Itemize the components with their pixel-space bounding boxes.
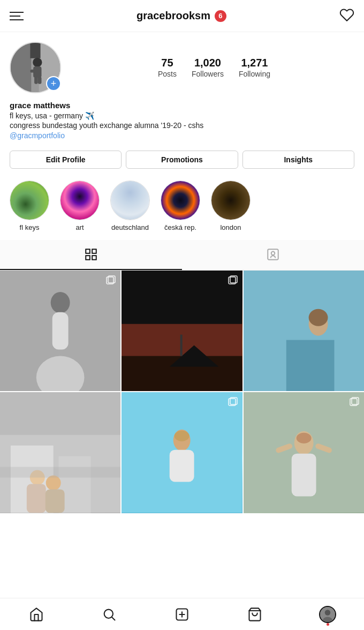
svg-rect-12 [92,256,96,260]
nav-create[interactable] [169,601,195,628]
svg-rect-11 [86,256,90,260]
following-label: Following [239,70,270,78]
highlights-row: fl keys art deutschland česká rep. londo… [10,181,354,231]
svg-rect-7 [34,77,38,84]
following-stat[interactable]: 1,271 Following [239,57,270,79]
grid-item-2[interactable] [122,271,242,391]
tab-tagged[interactable] [182,240,364,270]
bio-location-text: fl keys, usa - germany [10,111,83,120]
multi-icon-svg-6 [349,396,360,407]
svg-rect-3 [30,43,40,58]
svg-rect-6 [30,70,36,73]
photo-grid [0,271,364,513]
bio-name: grace matthews [10,101,354,110]
bio-description: congress bundestag youth exchange alumna… [10,121,354,130]
svg-rect-40 [27,484,46,513]
grid-icon [84,248,98,261]
bio-location: fl keys, usa - germany ✈️ [10,111,354,120]
photo-1-art [0,271,120,391]
svg-point-57 [104,609,113,618]
svg-rect-51 [291,454,316,497]
nav-search[interactable] [96,601,123,628]
grid-img-6 [244,392,364,513]
svg-rect-8 [38,77,42,84]
tabs-section [0,240,364,271]
notification-count-badge[interactable]: 6 [215,10,226,22]
multi-post-icon-1 [105,275,116,286]
svg-rect-19 [52,312,69,350]
highlight-circle-ceska [161,181,200,220]
promotions-button[interactable]: Promotions [126,151,238,169]
grid-item-1[interactable] [0,271,120,391]
svg-rect-9 [86,249,90,253]
multi-icon-svg [105,275,116,286]
svg-rect-13 [268,249,278,260]
highlight-art[interactable]: art [60,181,100,231]
nav-home[interactable] [23,601,50,628]
posts-label: Posts [158,70,177,78]
svg-point-46 [175,431,189,441]
highlight-circle-london [211,181,251,220]
menu-icon-line2 [10,16,20,17]
svg-point-33 [308,309,328,326]
profile-active-dot [327,623,329,626]
multi-post-icon-6 [349,396,360,407]
add-story-button[interactable]: + [46,76,61,91]
highlight-circle-deutschland [110,181,150,220]
photo-6-art [244,392,364,513]
highlight-img-deutschland [111,181,149,220]
search-icon [102,607,117,622]
bio-link[interactable]: @gracmportfolio [10,131,354,140]
followers-count: 1,020 [192,57,224,69]
profile-avatar-nav [319,606,336,623]
svg-point-54 [296,433,311,444]
highlight-circle-flkeys [10,181,49,220]
grid-img-4 [0,392,120,513]
followers-label: Followers [192,70,224,78]
followers-stat[interactable]: 1,020 Followers [192,57,224,79]
highlight-london[interactable]: london [211,181,251,231]
edit-profile-button[interactable]: Edit Profile [10,151,122,169]
svg-rect-41 [46,490,65,513]
grid-item-6[interactable] [244,392,364,513]
action-buttons-row: Edit Profile Promotions Insights [0,144,364,175]
grid-item-4[interactable] [0,392,120,513]
following-count: 1,271 [239,57,270,69]
multi-post-icon-2 [228,275,238,286]
profile-bio: grace matthews fl keys, usa - germany ✈️… [10,101,354,140]
nav-profile[interactable] [314,601,341,628]
highlight-deutschland[interactable]: deutschland [110,181,150,231]
grid-img-3 [244,271,364,391]
svg-point-14 [271,252,275,256]
heart-icon[interactable] [339,8,354,25]
tab-grid[interactable] [0,240,182,270]
svg-line-58 [112,617,115,620]
highlight-label-flkeys: fl keys [20,223,40,231]
highlight-ceska[interactable]: česká rep. [161,181,200,231]
svg-rect-45 [170,450,194,482]
grid-item-3[interactable] [244,271,364,391]
highlight-circle-art [60,181,100,220]
multi-icon-svg-5 [228,396,238,407]
home-icon [29,607,44,622]
grid-item-5[interactable] [122,392,242,513]
profile-avatar-svg [320,607,335,622]
highlights-section: fl keys art deutschland česká rep. londo… [0,175,364,240]
photo-4-art [0,392,120,513]
grid-img-5 [122,392,242,513]
insights-button[interactable]: Insights [242,151,354,169]
header: gracebrooksm 6 [0,0,364,32]
nav-shop[interactable] [241,601,268,628]
highlight-img-ceska [161,181,200,220]
svg-point-39 [46,476,61,491]
highlight-flkeys[interactable]: fl keys [10,181,49,231]
profile-section: + 75 Posts 1,020 Followers 1,271 Followi… [0,32,364,144]
profile-stats: 75 Posts 1,020 Followers 1,271 Following [74,57,354,79]
plane-icon: ✈️ [85,111,94,120]
svg-rect-1 [11,43,31,92]
menu-button[interactable] [10,12,24,20]
svg-rect-27 [180,335,183,356]
menu-icon-line1 [10,12,24,13]
multi-post-icon-5 [228,396,238,407]
svg-rect-10 [92,249,96,253]
